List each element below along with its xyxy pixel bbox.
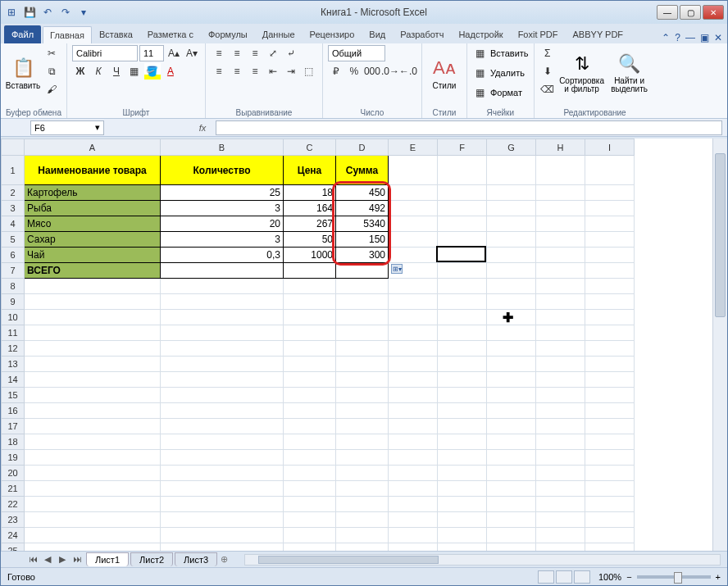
cell-G7[interactable] <box>487 263 536 279</box>
doc-minimize-icon[interactable]: — <box>685 32 695 43</box>
cell-E15[interactable] <box>389 388 438 403</box>
cell-F4[interactable] <box>438 216 487 232</box>
insert-cells-label[interactable]: Вставить <box>490 48 529 58</box>
cell-B23[interactable] <box>161 512 284 528</box>
cell-A10[interactable] <box>25 310 161 325</box>
cell-E14[interactable] <box>389 372 438 388</box>
cell-B17[interactable] <box>161 419 284 434</box>
cell-B13[interactable] <box>161 357 284 372</box>
cell-D22[interactable] <box>336 497 389 512</box>
spreadsheet-grid[interactable]: ABCDEFGHI1Наименование товараКоличествоЦ… <box>1 139 712 551</box>
paste-button[interactable]: 📋 Вставить <box>6 45 40 99</box>
fill-icon[interactable]: ⬇ <box>539 63 556 79</box>
name-box[interactable]: F6 ▾ <box>30 120 104 135</box>
row-header-21[interactable]: 21 <box>2 481 25 497</box>
sheet-first-icon[interactable]: ⏮ <box>25 554 40 565</box>
cell-B2[interactable]: 25 <box>161 185 284 201</box>
autofill-options-icon[interactable]: ⊞▾ <box>391 264 403 274</box>
row-header-22[interactable]: 22 <box>2 497 25 512</box>
row-header-20[interactable]: 20 <box>2 466 25 481</box>
cell-A8[interactable] <box>25 279 161 294</box>
cell-D10[interactable] <box>336 310 389 325</box>
cell-B20[interactable] <box>161 466 284 481</box>
cell-F1[interactable] <box>438 156 487 185</box>
cell-E9[interactable] <box>389 294 438 310</box>
cell-G22[interactable] <box>487 497 536 512</box>
cell-E21[interactable] <box>389 481 438 497</box>
cell-I19[interactable] <box>585 450 635 466</box>
tab-home[interactable]: Главная <box>43 26 92 43</box>
cell-E12[interactable] <box>389 341 438 357</box>
cell-H5[interactable] <box>536 232 585 248</box>
maximize-button[interactable]: ▢ <box>680 5 701 20</box>
cell-H7[interactable] <box>536 263 585 279</box>
fx-icon[interactable]: fx <box>194 123 211 133</box>
cell-F9[interactable] <box>438 294 487 310</box>
vscroll-thumb[interactable] <box>715 153 726 317</box>
fill-color-icon[interactable]: 🪣 <box>144 63 161 79</box>
find-select-button[interactable]: 🔍 Найти и выделить <box>608 45 651 99</box>
col-header-D[interactable]: D <box>336 139 389 156</box>
cell-C16[interactable] <box>284 403 336 419</box>
cell-C14[interactable] <box>284 372 336 388</box>
cell-B12[interactable] <box>161 341 284 357</box>
comma-icon[interactable]: 000 <box>364 63 380 79</box>
undo-icon[interactable]: ↶ <box>40 5 55 20</box>
underline-icon[interactable]: Ч <box>108 63 125 79</box>
cell-E17[interactable] <box>389 419 438 434</box>
cell-G5[interactable] <box>487 232 536 248</box>
wrap-text-icon[interactable]: ⤶ <box>283 45 299 61</box>
row-header-24[interactable]: 24 <box>2 528 25 543</box>
cell-I5[interactable] <box>585 232 635 248</box>
cell-E18[interactable] <box>389 434 438 450</box>
cell-C1[interactable]: Цена <box>284 156 336 185</box>
tab-formulas[interactable]: Формулы <box>201 25 255 43</box>
hscroll-thumb[interactable] <box>258 556 439 564</box>
cell-D2[interactable]: 450 <box>336 185 389 201</box>
cell-D24[interactable] <box>336 528 389 543</box>
number-format-combo[interactable]: Общий <box>328 45 385 61</box>
cell-B9[interactable] <box>161 294 284 310</box>
zoom-out-icon[interactable]: − <box>626 572 631 582</box>
cell-C9[interactable] <box>284 294 336 310</box>
styles-button[interactable]: Aᴀ Стили <box>427 45 462 99</box>
cell-C11[interactable] <box>284 325 336 341</box>
tab-developer[interactable]: Разработч <box>393 25 451 43</box>
tab-layout[interactable]: Разметка с <box>140 25 201 43</box>
cell-A5[interactable]: Сахар <box>25 232 161 248</box>
sheet-tab-1[interactable]: Лист1 <box>86 552 129 566</box>
minimize-ribbon-icon[interactable]: ⌃ <box>662 32 670 43</box>
cell-G10[interactable] <box>487 310 536 325</box>
cell-F7[interactable] <box>438 263 487 279</box>
cell-I11[interactable] <box>585 325 635 341</box>
cell-F5[interactable] <box>438 232 487 248</box>
cell-I4[interactable] <box>585 216 635 232</box>
cell-G14[interactable] <box>487 372 536 388</box>
cell-I1[interactable] <box>585 156 635 185</box>
cell-A22[interactable] <box>25 497 161 512</box>
row-header-14[interactable]: 14 <box>2 372 25 388</box>
cell-G21[interactable] <box>487 481 536 497</box>
cell-B14[interactable] <box>161 372 284 388</box>
percent-icon[interactable]: % <box>346 63 362 79</box>
cell-F19[interactable] <box>438 450 487 466</box>
cell-D21[interactable] <box>336 481 389 497</box>
cell-A24[interactable] <box>25 528 161 543</box>
cell-B5[interactable]: 3 <box>161 232 284 248</box>
cell-H16[interactable] <box>536 403 585 419</box>
tab-view[interactable]: Вид <box>362 25 393 43</box>
cell-E4[interactable] <box>389 216 438 232</box>
font-name-combo[interactable]: Calibri <box>72 45 138 61</box>
zoom-slider[interactable] <box>637 575 711 579</box>
cell-H22[interactable] <box>536 497 585 512</box>
cell-F23[interactable] <box>438 512 487 528</box>
cell-I3[interactable] <box>585 201 635 216</box>
cell-D14[interactable] <box>336 372 389 388</box>
cell-G20[interactable] <box>487 466 536 481</box>
cell-H17[interactable] <box>536 419 585 434</box>
merge-icon[interactable]: ⬚ <box>301 63 317 79</box>
cell-C17[interactable] <box>284 419 336 434</box>
cell-I12[interactable] <box>585 341 635 357</box>
cell-H1[interactable] <box>536 156 585 185</box>
cell-G11[interactable] <box>487 325 536 341</box>
